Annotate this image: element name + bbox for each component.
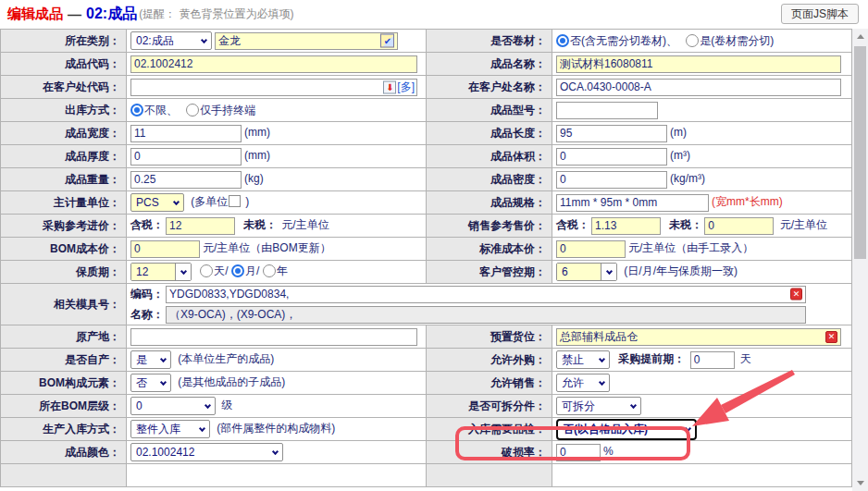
shelf-life-label: 保质期： xyxy=(1,261,127,284)
damage-rate-unit: % xyxy=(603,445,614,458)
preset-location-label: 预置货位： xyxy=(427,325,552,349)
chevron-down-icon xyxy=(272,448,279,454)
shelf-life-select[interactable]: 12 xyxy=(130,263,192,281)
scrollbar-thumb[interactable] xyxy=(854,46,866,259)
purchase-lead-input[interactable] xyxy=(690,351,735,369)
chevron-down-icon xyxy=(199,424,205,431)
clear-icon[interactable]: ✕ xyxy=(790,288,802,301)
shelf-day-radio[interactable] xyxy=(200,264,213,277)
weight-input[interactable] xyxy=(130,171,242,189)
preset-location-input[interactable]: 总部辅料成品仓✕ xyxy=(556,328,841,346)
mould-code-input[interactable] xyxy=(166,286,806,303)
std-cost-input[interactable] xyxy=(556,240,626,258)
self-produced-field: 是 (本单位生产的成品) xyxy=(127,349,427,372)
row-customer-code-name: 在客户处代码： ⬇[多] 在客户处名称： xyxy=(1,76,852,99)
purchase-price-field: 含税： 未税：元/主单位 xyxy=(127,215,427,238)
row-inbound-qc: 生产入库方式： 整件入库 (部件属整件的构成物料) 入库需要品检： 否(以合格品… xyxy=(1,418,852,441)
select-helper-icon[interactable]: ✔ xyxy=(380,34,394,48)
allow-outsource-field: 禁止 采购提前期： 天 xyxy=(552,349,852,372)
chevron-down-icon xyxy=(201,36,207,43)
chevron-down-icon xyxy=(173,198,180,204)
clipped-field xyxy=(552,464,852,487)
density-input[interactable] xyxy=(556,171,667,189)
mould-field: 编码： ✕ 名称： xyxy=(127,284,852,325)
main-unit-label: 主计量单位： xyxy=(1,191,127,215)
bom-cost-input[interactable] xyxy=(130,240,200,258)
cust-control-label: 客户管控期： xyxy=(427,261,552,284)
row-code-name: 成品代码： 成品名称： xyxy=(1,53,852,76)
customer-code-input[interactable] xyxy=(130,79,417,96)
production-inbound-hint: (部件属整件的构成物料) xyxy=(217,422,335,435)
origin-field xyxy=(127,325,427,349)
volume-input[interactable] xyxy=(556,148,667,166)
damage-rate-input[interactable] xyxy=(556,444,601,461)
chevron-down-icon xyxy=(599,378,605,385)
bom-element-select[interactable]: 否 xyxy=(130,374,171,392)
spec-hint: (宽mm*长mm) xyxy=(712,195,783,208)
shelf-year-label: 年 xyxy=(277,264,288,277)
multi-unit-checkbox[interactable] xyxy=(229,195,241,207)
splittable-select-value: 可拆分 xyxy=(562,399,595,414)
cust-control-select-value: 6 xyxy=(557,264,601,280)
purchase-tax-input[interactable] xyxy=(166,217,235,235)
model-input[interactable] xyxy=(556,102,658,119)
bom-level-select[interactable]: 0 xyxy=(130,397,216,415)
product-code-input[interactable] xyxy=(130,55,417,73)
volume-field: (m³) xyxy=(552,145,852,168)
splittable-select[interactable]: 可拆分 xyxy=(556,397,641,415)
shelf-day-label: 天/ xyxy=(214,264,228,277)
vertical-scrollbar[interactable] xyxy=(852,29,868,491)
inbound-qc-select[interactable]: 否(以合格品入库) xyxy=(556,419,697,440)
bom-element-select-value: 否 xyxy=(136,375,147,391)
main-unit-select[interactable]: PCS xyxy=(130,193,184,212)
category-detail-input[interactable] xyxy=(215,32,398,50)
cust-control-select[interactable]: 6 xyxy=(556,263,617,281)
bom-element-field: 否 (是其他成品的子成品) xyxy=(127,372,427,395)
outbound-mode-label: 出库方式： xyxy=(1,99,127,122)
width-field: (mm) xyxy=(127,122,427,145)
category-select[interactable]: 02:成品 xyxy=(130,31,212,50)
preset-location-field: 总部辅料成品仓✕ xyxy=(552,325,852,349)
edit-product-page: 编辑成品 — 02:成品 (提醒： 黄色背景位置为必填项) 页面JS脚本 所在类… xyxy=(0,0,868,491)
shelf-month-label: 月/ xyxy=(245,264,259,277)
bom-level-select-value: 0 xyxy=(136,399,143,412)
outbound-handheld-radio[interactable] xyxy=(186,104,199,117)
shelf-month-radio[interactable] xyxy=(231,264,244,277)
roll-yes-radio[interactable] xyxy=(686,34,699,47)
splittable-label: 是否可拆分件： xyxy=(427,395,552,418)
row-bom-std-cost: BOM成本价： 元/主单位（由BOM更新） 标准成本价： 元/主单位（由手工录入… xyxy=(1,238,852,261)
spec-field: (宽mm*长mm) xyxy=(552,191,852,215)
roll-no-radio[interactable] xyxy=(556,34,569,47)
row-shelf-control: 保质期： 12 天/ 月/ 年 客户管控期： 6 (日/月/年与保质期一致) xyxy=(1,261,852,284)
customer-name-input[interactable] xyxy=(556,79,841,96)
allow-sale-select[interactable]: 允许 xyxy=(556,374,610,392)
row-bomlevel-splittable: 所在BOM层级： 0 级 是否可拆分件： 可拆分 xyxy=(1,395,852,418)
sale-price-label: 销售参考售价： xyxy=(427,215,552,238)
self-produced-select-value: 是 xyxy=(136,352,147,368)
clear-icon[interactable]: ✕ xyxy=(825,331,837,343)
color-select[interactable]: 02.1002412 xyxy=(130,443,283,461)
multi-code-link[interactable]: [多] xyxy=(397,80,415,95)
outbound-unlimited-radio[interactable] xyxy=(130,104,143,117)
cust-control-hint: (日/月/年与保质期一致) xyxy=(624,264,738,277)
length-input[interactable] xyxy=(556,125,667,142)
self-produced-select[interactable]: 是 xyxy=(130,350,171,369)
shelf-year-radio[interactable] xyxy=(263,264,276,277)
scroll-up-arrow-icon[interactable] xyxy=(852,29,868,44)
product-name-input[interactable] xyxy=(556,55,841,73)
production-inbound-select[interactable]: 整件入库 xyxy=(130,420,210,438)
density-label: 成品密度： xyxy=(427,168,552,191)
sale-untaxed-input[interactable] xyxy=(704,217,774,235)
row-bomelement-allowsale: BOM构成元素： 否 (是其他成品的子成品) 允许销售： 允许 xyxy=(1,372,852,395)
import-icon[interactable]: ⬇ xyxy=(383,80,396,93)
scroll-down-arrow-icon[interactable] xyxy=(852,475,868,491)
sale-tax-input[interactable] xyxy=(591,217,661,235)
width-input[interactable] xyxy=(130,125,242,142)
thickness-input[interactable] xyxy=(130,148,242,166)
allow-outsource-select-value: 禁止 xyxy=(562,352,584,368)
product-code-field xyxy=(127,53,427,76)
page-js-script-button[interactable]: 页面JS脚本 xyxy=(781,4,859,24)
spec-input[interactable] xyxy=(556,194,709,212)
allow-outsource-select[interactable]: 禁止 xyxy=(556,350,610,369)
origin-input[interactable] xyxy=(130,328,417,346)
